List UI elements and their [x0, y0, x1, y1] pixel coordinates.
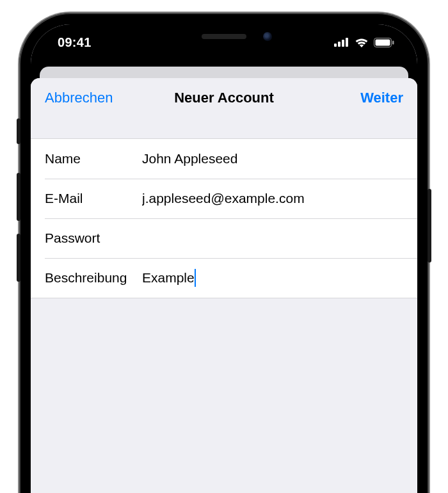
description-label: Beschreibung — [45, 270, 142, 286]
mute-switch — [17, 118, 20, 144]
status-time: 09:41 — [58, 35, 92, 50]
svg-rect-3 — [346, 38, 348, 47]
svg-rect-0 — [334, 44, 337, 47]
status-icons — [334, 37, 394, 47]
modal-title: Neuer Account — [115, 90, 333, 106]
side-button — [428, 189, 431, 263]
name-input[interactable] — [142, 139, 403, 179]
account-form: Name E-Mail Passwort Beschreibung — [31, 138, 417, 298]
description-input[interactable]: Example — [142, 269, 403, 287]
password-input[interactable] — [142, 218, 403, 258]
email-label: E-Mail — [45, 191, 142, 206]
new-account-modal: Abbrechen Neuer Account Weiter Name E-Ma… — [31, 78, 417, 493]
battery-icon — [374, 38, 394, 47]
svg-rect-5 — [376, 39, 390, 45]
svg-rect-2 — [342, 40, 344, 47]
name-label: Name — [45, 151, 142, 166]
name-row[interactable]: Name — [31, 139, 417, 179]
front-camera — [263, 32, 272, 41]
screen: 09:41 — [31, 24, 417, 493]
modal-stack: Abbrechen Neuer Account Weiter Name E-Ma… — [31, 60, 417, 493]
notch — [141, 24, 307, 49]
cancel-button[interactable]: Abbrechen — [45, 90, 115, 106]
text-caret — [195, 269, 196, 287]
volume-up-button — [17, 173, 20, 221]
wifi-icon — [355, 37, 369, 47]
email-row[interactable]: E-Mail — [31, 179, 417, 218]
password-row[interactable]: Passwort — [31, 218, 417, 258]
password-label: Passwort — [45, 230, 142, 246]
modal-header: Abbrechen Neuer Account Weiter — [31, 78, 417, 138]
email-input[interactable] — [142, 179, 403, 218]
svg-rect-6 — [392, 40, 394, 44]
cellular-icon — [334, 38, 349, 47]
svg-rect-1 — [338, 42, 340, 47]
volume-down-button — [17, 234, 20, 282]
description-row[interactable]: Beschreibung Example — [31, 258, 417, 298]
speaker — [202, 34, 246, 39]
description-value: Example — [142, 270, 195, 286]
phone-frame: 09:41 — [19, 13, 429, 493]
next-button[interactable]: Weiter — [333, 90, 403, 106]
